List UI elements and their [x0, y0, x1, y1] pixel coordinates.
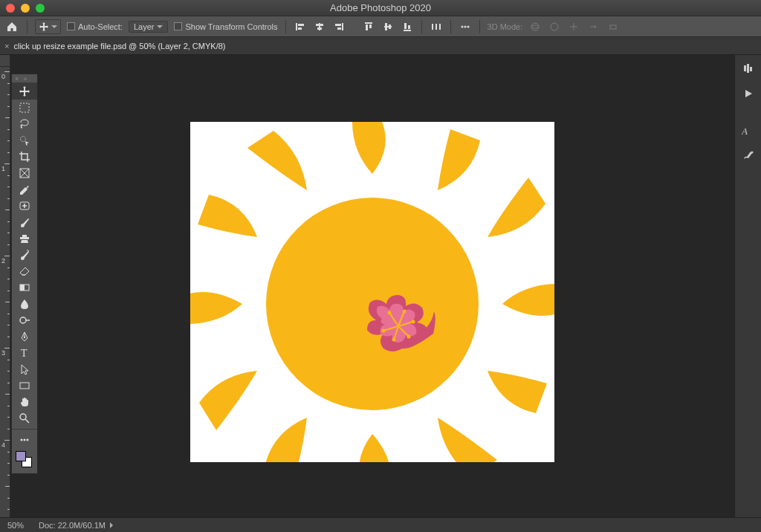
align-right-button[interactable]: [332, 20, 346, 33]
svg-rect-27: [610, 25, 616, 29]
svg-point-33: [392, 338, 396, 342]
lasso-tool[interactable]: [12, 116, 37, 132]
3d-orbit-button: [528, 20, 542, 33]
app-title: Adobe Photoshop 2020: [0, 2, 761, 13]
window-titlebar: Adobe Photoshop 2020: [0, 0, 761, 16]
close-tab-icon[interactable]: ×: [4, 42, 9, 51]
document-tab[interactable]: × click up resize example file.psd @ 50%…: [4, 42, 226, 51]
more-options-button[interactable]: [459, 20, 472, 33]
toolbox-header[interactable]: × »: [12, 74, 37, 83]
ruler-label: 3: [1, 349, 5, 357]
auto-select-type-dropdown[interactable]: Layer: [129, 21, 169, 33]
quick-select-tool[interactable]: [12, 132, 37, 149]
play-icon[interactable]: [739, 85, 757, 103]
canvas-viewport: 1234567 01234: [0, 55, 734, 517]
align-center-v-button[interactable]: [381, 20, 395, 33]
move-tool[interactable]: [12, 83, 37, 100]
svg-point-26: [551, 23, 558, 30]
svg-point-46: [20, 317, 26, 323]
chevron-down-icon: [51, 25, 57, 28]
svg-rect-2: [298, 27, 302, 30]
frame-tool[interactable]: [12, 165, 37, 181]
artboard[interactable]: [190, 122, 554, 462]
hand-tool[interactable]: [12, 394, 37, 410]
gradient-tool[interactable]: [12, 279, 37, 296]
brush-settings-icon[interactable]: [739, 147, 757, 165]
show-transform-checkbox[interactable]: Show Transform Controls: [174, 22, 277, 31]
color-swatches[interactable]: [12, 448, 37, 473]
path-select-tool[interactable]: [12, 361, 37, 377]
healing-brush-tool[interactable]: [12, 198, 37, 214]
align-bottom-button[interactable]: [401, 20, 414, 33]
rectangle-tool[interactable]: [12, 377, 37, 394]
crop-tool[interactable]: [12, 149, 37, 165]
3d-mode-label: 3D Mode:: [488, 22, 523, 31]
auto-select-checkbox[interactable]: Auto-Select:: [67, 22, 123, 31]
align-center-h-button[interactable]: [313, 20, 326, 33]
svg-rect-0: [296, 23, 297, 30]
ruler-vertical[interactable]: 01234: [0, 67, 10, 517]
svg-rect-49: [20, 383, 29, 389]
panel-toggle-icon[interactable]: [739, 59, 757, 77]
close-icon[interactable]: [6, 4, 15, 13]
eraser-tool[interactable]: [12, 263, 37, 279]
home-button[interactable]: [4, 19, 19, 34]
svg-rect-37: [750, 67, 752, 71]
svg-point-21: [461, 25, 463, 27]
align-top-button[interactable]: [362, 20, 375, 33]
auto-select-label: Auto-Select:: [78, 22, 123, 31]
3d-pan-button: [567, 20, 580, 33]
svg-point-39: [751, 152, 753, 154]
eyedropper-tool[interactable]: [12, 181, 37, 198]
tool-mode-select[interactable]: [35, 19, 61, 34]
distribute-h-button[interactable]: [430, 20, 443, 33]
options-bar: Auto-Select: Layer Show Transform Contro…: [0, 16, 761, 37]
character-panel-icon[interactable]: A: [739, 122, 757, 140]
3d-slide-button: [586, 20, 600, 33]
show-transform-label: Show Transform Controls: [185, 22, 277, 31]
ruler-label: 0: [1, 73, 5, 80]
pen-tool[interactable]: [12, 328, 37, 345]
ruler-label: 1: [1, 165, 5, 172]
svg-rect-19: [435, 24, 437, 30]
canvas-container[interactable]: [10, 67, 734, 517]
divider: [285, 20, 286, 33]
maximize-icon[interactable]: [36, 4, 45, 13]
marquee-tool[interactable]: [12, 100, 37, 116]
3d-roll-button: [548, 20, 561, 33]
align-left-button[interactable]: [294, 20, 307, 33]
history-brush-tool[interactable]: [12, 247, 37, 263]
window-controls: [6, 4, 45, 13]
svg-rect-15: [404, 30, 411, 31]
document-tab-label: click up resize example file.psd @ 50% (…: [13, 42, 225, 51]
svg-rect-16: [404, 23, 407, 29]
svg-rect-7: [335, 24, 341, 26]
svg-point-23: [467, 25, 469, 27]
ruler-label: 4: [1, 441, 5, 449]
edit-toolbar-button[interactable]: [12, 432, 37, 448]
zoom-level[interactable]: 50%: [7, 521, 24, 530]
svg-point-32: [407, 335, 411, 339]
svg-rect-36: [747, 64, 749, 73]
svg-rect-6: [342, 23, 343, 30]
divider: [421, 20, 422, 33]
dodge-tool[interactable]: [12, 312, 37, 328]
svg-point-50: [20, 414, 26, 420]
zoom-tool[interactable]: [12, 410, 37, 426]
canvas-artwork: [190, 122, 554, 462]
svg-rect-40: [20, 103, 29, 112]
svg-rect-45: [20, 285, 25, 291]
svg-rect-5: [317, 27, 322, 30]
doc-info[interactable]: Doc: 22.0M/60.1M: [39, 521, 113, 530]
svg-point-53: [27, 439, 29, 441]
main-area: 1234567 01234: [0, 55, 761, 517]
type-tool[interactable]: T: [12, 345, 37, 361]
foreground-color-swatch[interactable]: [16, 451, 26, 461]
toolbox: × » T: [11, 74, 38, 474]
minimize-icon[interactable]: [21, 4, 30, 13]
brush-tool[interactable]: [12, 214, 37, 230]
clone-stamp-tool[interactable]: [12, 230, 37, 247]
layer-dd-label: Layer: [134, 22, 155, 31]
blur-tool[interactable]: [12, 296, 37, 312]
svg-point-51: [21, 439, 23, 441]
